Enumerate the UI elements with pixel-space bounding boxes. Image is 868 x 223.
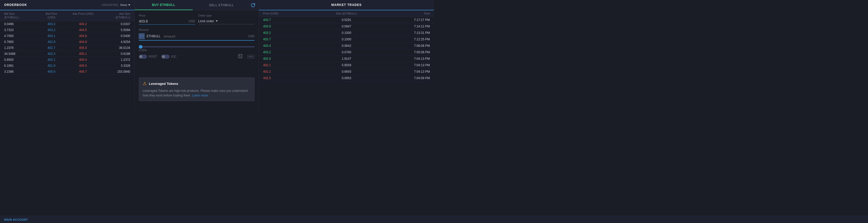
col-price-usd: Price (USD) bbox=[263, 12, 319, 15]
trade-price: 403.4 bbox=[263, 44, 319, 47]
refresh-icon[interactable] bbox=[250, 3, 256, 8]
table-row[interactable]: 3.1586 400.0 406.7 153.0840 bbox=[0, 69, 134, 75]
trades-rows: 403.7 0.5291 7:17:27 PM 403.9 0.0947 7:1… bbox=[259, 17, 434, 112]
bid-size-cell: 0.7800 bbox=[4, 40, 36, 44]
orderbook-table-header: Bid Size(ETHBULL) Bid Price(USD) Ask Pri… bbox=[0, 10, 134, 21]
ask-size-cell: 0.0337 bbox=[99, 22, 130, 26]
trade-row[interactable]: 403.7 0.5291 7:17:27 PM bbox=[259, 17, 434, 23]
order-type-wrapper: Limit order bbox=[198, 18, 255, 24]
trade-price: 403.2 bbox=[263, 51, 319, 54]
ask-size-cell: 0.6188 bbox=[99, 52, 130, 56]
trade-form: Price USD Order type Limit order bbox=[135, 10, 259, 112]
bid-size-cell: 6.1891 bbox=[4, 64, 36, 67]
trade-size: 1.9147 bbox=[319, 57, 374, 61]
bid-price-cell: 402.7 bbox=[36, 46, 67, 50]
table-row[interactable]: 0.0496 403.3 404.2 0.0337 bbox=[0, 21, 134, 27]
trade-time: 7:04:13 PM bbox=[374, 70, 430, 73]
trade-price: 403.7 bbox=[263, 37, 319, 41]
trade-time: 7:04:13 PM bbox=[374, 63, 430, 67]
trade-row[interactable]: 402.2 0.6693 7:04:13 PM bbox=[259, 69, 434, 75]
warning-text: Leveraged Tokens are high-risk products.… bbox=[143, 89, 251, 98]
table-row[interactable]: 0.8500 402.1 405.4 1.2372 bbox=[0, 57, 134, 63]
ask-size-cell: 38.0134 bbox=[99, 46, 130, 50]
trade-size: 0.0642 bbox=[319, 44, 374, 47]
bid-price-cell: 403.2 bbox=[36, 28, 67, 32]
trade-size: 0.1000 bbox=[319, 31, 374, 35]
trade-row[interactable]: 403.7 0.1000 7:12:25 PM bbox=[259, 36, 434, 43]
ask-size-cell: 3.3328 bbox=[99, 64, 130, 67]
slider-percent: 0.00% bbox=[139, 49, 254, 52]
trade-price: 403.2 bbox=[263, 31, 319, 35]
svg-point-7 bbox=[239, 56, 240, 57]
trade-row[interactable]: 403.2 0.0760 7:05:08 PM bbox=[259, 49, 434, 56]
warning-popup: ⚠ Leveraged Tokens Leveraged Tokens are … bbox=[139, 77, 254, 101]
price-suffix: USD bbox=[188, 20, 195, 23]
ask-size-cell: 1.2372 bbox=[99, 58, 130, 62]
trade-price: 402.5 bbox=[263, 76, 319, 80]
col-ask-size: Ask Size(ETHBULL) bbox=[99, 12, 130, 20]
orderbook-panel: ORDERBOOK GROUPING None Bid Size(ETHBULL… bbox=[0, 0, 135, 112]
bid-size-cell: 34.5488 bbox=[4, 52, 36, 56]
warning-title: Leveraged Tokens bbox=[149, 82, 178, 86]
amount-row: ETHBULL USD bbox=[139, 32, 254, 41]
ask-price-cell: 406.7 bbox=[67, 70, 99, 73]
trade-price: 402.1 bbox=[263, 63, 319, 67]
calculator-icon[interactable] bbox=[238, 54, 243, 59]
col-bid-price: Bid Price(USD) bbox=[36, 12, 67, 20]
price-ordertype-row: Price USD Order type Limit order bbox=[139, 14, 254, 25]
order-type-select[interactable]: Limit order bbox=[198, 19, 218, 23]
trade-row[interactable]: 402.0 1.9147 7:04:13 PM bbox=[259, 56, 434, 62]
price-label: Price bbox=[139, 14, 195, 17]
market-trades-header: MARKET TRADES bbox=[259, 0, 434, 10]
order-type-value: Limit order bbox=[198, 19, 214, 23]
table-row[interactable]: 3.7310 403.2 404.5 5.5094 bbox=[0, 27, 134, 33]
trade-row[interactable]: 403.4 0.0642 7:08:08 PM bbox=[259, 43, 434, 49]
col-ask-price: Ask Price (USD) bbox=[67, 12, 99, 20]
col-bid-size: Bid Size(ETHBULL) bbox=[4, 12, 36, 20]
table-row[interactable]: 1.2376 402.7 405.0 38.0134 bbox=[0, 45, 134, 51]
table-row[interactable]: 0.7800 402.9 404.9 4.9254 bbox=[0, 39, 134, 45]
table-row[interactable]: 6.1891 401.9 405.5 3.3328 bbox=[0, 63, 134, 69]
trade-row[interactable]: 402.5 0.0953 7:04:09 PM bbox=[259, 75, 434, 82]
ioc-toggle[interactable] bbox=[161, 55, 169, 59]
bid-size-cell: 0.8500 bbox=[4, 58, 36, 62]
trade-time: 7:04:09 PM bbox=[374, 76, 430, 80]
trade-time: 7:14:12 PM bbox=[374, 25, 430, 28]
orderbook-header: ORDERBOOK GROUPING None bbox=[0, 0, 134, 10]
price-input[interactable] bbox=[139, 19, 186, 23]
toggle-row: POST IOC bbox=[139, 54, 254, 59]
orderbook-title: ORDERBOOK bbox=[4, 3, 27, 7]
ask-size-cell: 4.9254 bbox=[99, 40, 130, 44]
order-type-chevron bbox=[216, 21, 218, 22]
trade-size: 0.6693 bbox=[319, 70, 374, 73]
trade-size: 0.1000 bbox=[319, 37, 374, 41]
post-toggle[interactable] bbox=[139, 55, 147, 59]
col-time: Time bbox=[374, 12, 430, 15]
pro-badge: PRO bbox=[247, 55, 254, 59]
svg-point-10 bbox=[239, 57, 240, 58]
orderbook-rows: 0.0496 403.3 404.2 0.0337 3.7310 403.2 4… bbox=[0, 21, 134, 112]
bid-size-cell: 0.0496 bbox=[4, 22, 36, 26]
table-row[interactable]: 34.5488 402.4 405.1 0.6188 bbox=[0, 51, 134, 57]
trade-row[interactable]: 403.2 0.1000 7:13:31 PM bbox=[259, 30, 434, 36]
ioc-label: IOC bbox=[171, 55, 177, 59]
amount-input[interactable] bbox=[164, 34, 244, 38]
tab-buy[interactable]: BUY ETHBULL bbox=[135, 0, 193, 10]
grouping-dropdown[interactable]: GROUPING None bbox=[102, 3, 130, 6]
trade-row[interactable]: 402.1 5.8559 7:04:13 PM bbox=[259, 62, 434, 69]
warning-learn-more-link[interactable]: Learn more bbox=[192, 94, 208, 97]
amount-slider[interactable] bbox=[139, 46, 254, 47]
market-trades-title: MARKET TRADES bbox=[332, 3, 362, 7]
price-field: Price USD bbox=[139, 14, 195, 25]
trade-time: 7:13:31 PM bbox=[374, 31, 430, 35]
ask-price-cell: 404.8 bbox=[67, 34, 99, 38]
trade-panel: BUY ETHBULL SELL ETHBULL Price USD bbox=[135, 0, 259, 112]
ask-price-cell: 405.1 bbox=[67, 52, 99, 56]
table-row[interactable]: 4.7000 403.1 404.8 0.5400 bbox=[0, 33, 134, 39]
amount-field: Amount ETHBULL USD bbox=[139, 28, 254, 41]
trade-row[interactable]: 403.9 0.0947 7:14:12 PM bbox=[259, 23, 434, 30]
ask-price-cell: 404.5 bbox=[67, 28, 99, 32]
tab-sell[interactable]: SELL ETHBULL bbox=[193, 0, 251, 10]
amount-currency: ETHBULL bbox=[147, 34, 160, 38]
post-label: POST bbox=[149, 55, 157, 59]
